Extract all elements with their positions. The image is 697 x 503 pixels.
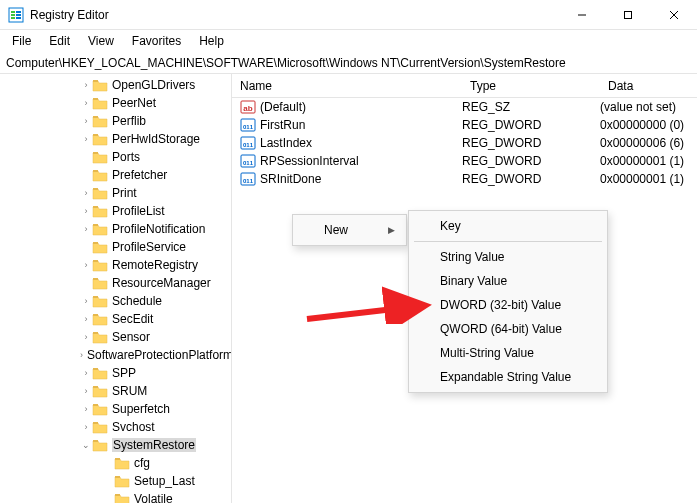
submenu-label: Binary Value bbox=[440, 274, 507, 288]
value-name: SRInitDone bbox=[260, 172, 462, 186]
svg-rect-3 bbox=[11, 17, 15, 19]
tree-item-perhwidstorage[interactable]: ›PerHwIdStorage bbox=[0, 130, 231, 148]
tree-item-prefetcher[interactable]: Prefetcher bbox=[0, 166, 231, 184]
expander-icon[interactable]: › bbox=[80, 134, 92, 144]
expander-icon[interactable]: › bbox=[80, 80, 92, 90]
expander-icon[interactable]: › bbox=[80, 314, 92, 324]
maximize-button[interactable] bbox=[605, 0, 651, 30]
expander-icon[interactable]: › bbox=[80, 368, 92, 378]
expander-icon[interactable]: › bbox=[80, 404, 92, 414]
tree-item-srum[interactable]: ›SRUM bbox=[0, 382, 231, 400]
svg-rect-6 bbox=[16, 17, 21, 19]
context-item-new[interactable]: New ▶ bbox=[296, 218, 403, 242]
submenu-item-multi-string-value[interactable]: Multi-String Value bbox=[412, 341, 604, 365]
submenu-label: Expandable String Value bbox=[440, 370, 571, 384]
submenu-item-binary-value[interactable]: Binary Value bbox=[412, 269, 604, 293]
list-row[interactable]: 011FirstRunREG_DWORD0x00000000 (0) bbox=[232, 116, 697, 134]
svg-rect-1 bbox=[11, 11, 15, 13]
tree-label: ProfileList bbox=[112, 204, 165, 218]
value-type: REG_SZ bbox=[462, 100, 600, 114]
submenu-item-string-value[interactable]: String Value bbox=[412, 245, 604, 269]
value-name: LastIndex bbox=[260, 136, 462, 150]
tree-item-perflib[interactable]: ›Perflib bbox=[0, 112, 231, 130]
tree-label: Print bbox=[112, 186, 137, 200]
menu-favorites[interactable]: Favorites bbox=[124, 32, 189, 50]
expander-icon[interactable]: › bbox=[80, 260, 92, 270]
expander-icon[interactable]: › bbox=[80, 206, 92, 216]
tree-item-resourcemanager[interactable]: ResourceManager bbox=[0, 274, 231, 292]
svg-rect-20 bbox=[93, 242, 98, 244]
tree-item-ports[interactable]: Ports bbox=[0, 148, 231, 166]
binary-value-icon: 011 bbox=[240, 153, 256, 169]
tree-item-peernet[interactable]: ›PeerNet bbox=[0, 94, 231, 112]
close-button[interactable] bbox=[651, 0, 697, 30]
list-row[interactable]: 011LastIndexREG_DWORD0x00000006 (6) bbox=[232, 134, 697, 152]
submenu-new: KeyString ValueBinary ValueDWORD (32-bit… bbox=[408, 210, 608, 393]
tree-item-profilenotification[interactable]: ›ProfileNotification bbox=[0, 220, 231, 238]
submenu-item-dword-32-bit-value[interactable]: DWORD (32-bit) Value bbox=[412, 293, 604, 317]
col-type[interactable]: Type bbox=[462, 79, 600, 93]
folder-icon bbox=[92, 403, 108, 416]
address-bar[interactable]: Computer\HKEY_LOCAL_MACHINE\SOFTWARE\Mic… bbox=[0, 52, 697, 74]
expander-icon[interactable]: › bbox=[80, 422, 92, 432]
menu-file[interactable]: File bbox=[4, 32, 39, 50]
folder-icon bbox=[92, 241, 108, 254]
svg-rect-31 bbox=[93, 440, 98, 442]
svg-rect-25 bbox=[93, 332, 98, 334]
context-item-label: New bbox=[324, 223, 348, 237]
tree-item-profileservice[interactable]: ProfileService bbox=[0, 238, 231, 256]
col-data[interactable]: Data bbox=[600, 79, 697, 93]
tree-label: OpenGLDrivers bbox=[112, 78, 195, 92]
expander-icon[interactable]: › bbox=[80, 188, 92, 198]
tree-item-svchost[interactable]: ›Svchost bbox=[0, 418, 231, 436]
value-data: 0x00000001 (1) bbox=[600, 172, 697, 186]
expander-icon[interactable]: › bbox=[80, 116, 92, 126]
folder-icon bbox=[92, 331, 108, 344]
tree-item-systemrestore[interactable]: ⌄SystemRestore bbox=[0, 436, 231, 454]
tree-item-cfg[interactable]: cfg bbox=[0, 454, 231, 472]
tree-label: Volatile bbox=[134, 492, 173, 503]
svg-rect-19 bbox=[93, 224, 98, 226]
tree-label: SystemRestore bbox=[112, 438, 196, 452]
list-pane[interactable]: Name Type Data ab(Default)REG_SZ(value n… bbox=[232, 74, 697, 503]
tree-item-sensor[interactable]: ›Sensor bbox=[0, 328, 231, 346]
tree-item-superfetch[interactable]: ›Superfetch bbox=[0, 400, 231, 418]
tree-label: Sensor bbox=[112, 330, 150, 344]
tree-item-spp[interactable]: ›SPP bbox=[0, 364, 231, 382]
value-data: 0x00000006 (6) bbox=[600, 136, 697, 150]
tree-label: ResourceManager bbox=[112, 276, 211, 290]
minimize-button[interactable] bbox=[559, 0, 605, 30]
submenu-item-expandable-string-value[interactable]: Expandable String Value bbox=[412, 365, 604, 389]
submenu-item-qword-64-bit-value[interactable]: QWORD (64-bit) Value bbox=[412, 317, 604, 341]
expander-icon[interactable]: › bbox=[80, 350, 83, 360]
col-name[interactable]: Name bbox=[232, 79, 462, 93]
tree-item-volatile[interactable]: Volatile bbox=[0, 490, 231, 503]
tree-pane[interactable]: ›OpenGLDrivers›PeerNet›Perflib›PerHwIdSt… bbox=[0, 74, 232, 503]
tree-item-opengldrivers[interactable]: ›OpenGLDrivers bbox=[0, 76, 231, 94]
tree-item-secedit[interactable]: ›SecEdit bbox=[0, 310, 231, 328]
folder-icon bbox=[114, 475, 130, 488]
tree-item-softwareprotectionplatform[interactable]: ›SoftwareProtectionPlatform bbox=[0, 346, 231, 364]
expander-icon[interactable]: › bbox=[80, 98, 92, 108]
expander-icon[interactable]: ⌄ bbox=[80, 440, 92, 450]
submenu-item-key[interactable]: Key bbox=[412, 214, 604, 238]
list-row[interactable]: 011RPSessionIntervalREG_DWORD0x00000001 … bbox=[232, 152, 697, 170]
tree-item-profilelist[interactable]: ›ProfileList bbox=[0, 202, 231, 220]
menu-edit[interactable]: Edit bbox=[41, 32, 78, 50]
expander-icon[interactable]: › bbox=[80, 296, 92, 306]
svg-line-46 bbox=[307, 306, 420, 319]
menu-view[interactable]: View bbox=[80, 32, 122, 50]
tree-item-print[interactable]: ›Print bbox=[0, 184, 231, 202]
expander-icon[interactable]: › bbox=[80, 386, 92, 396]
regedit-icon bbox=[8, 7, 24, 23]
expander-icon[interactable]: › bbox=[80, 332, 92, 342]
menu-help[interactable]: Help bbox=[191, 32, 232, 50]
expander-icon[interactable]: › bbox=[80, 224, 92, 234]
tree-item-schedule[interactable]: ›Schedule bbox=[0, 292, 231, 310]
tree-item-remoteregistry[interactable]: ›RemoteRegistry bbox=[0, 256, 231, 274]
chevron-right-icon: ▶ bbox=[388, 225, 395, 235]
folder-icon bbox=[92, 439, 108, 452]
list-row[interactable]: 011SRInitDoneREG_DWORD0x00000001 (1) bbox=[232, 170, 697, 188]
tree-item-setup_last[interactable]: Setup_Last bbox=[0, 472, 231, 490]
list-row[interactable]: ab(Default)REG_SZ(value not set) bbox=[232, 98, 697, 116]
